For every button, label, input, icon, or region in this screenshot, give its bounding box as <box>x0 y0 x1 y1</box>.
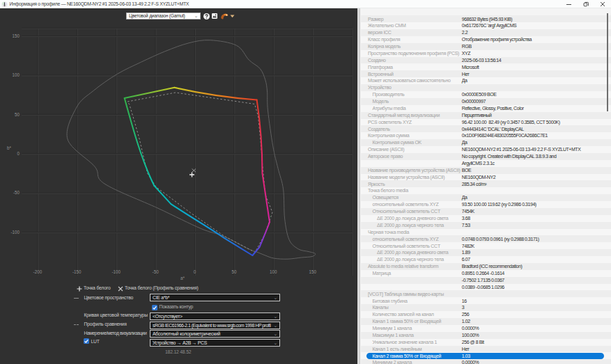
svg-text:0: 0 <box>17 151 20 156</box>
svg-text:100: 100 <box>12 72 20 77</box>
svg-text:-100: -100 <box>10 230 20 235</box>
svg-text:-100: -100 <box>111 269 121 274</box>
svg-text:50: 50 <box>15 112 20 117</box>
svg-text:b*: b* <box>7 145 12 150</box>
svg-text:-50: -50 <box>153 269 160 274</box>
svg-text:100: 100 <box>270 269 277 274</box>
svg-text:a*: a* <box>180 276 185 280</box>
svg-text:-50: -50 <box>13 190 20 195</box>
svg-text:0: 0 <box>194 269 196 274</box>
svg-text:150: 150 <box>12 33 20 38</box>
svg-text:50: 50 <box>231 269 237 274</box>
svg-text:-200: -200 <box>33 269 42 274</box>
svg-text:-150: -150 <box>72 269 82 274</box>
svg-text:150: 150 <box>309 269 316 274</box>
